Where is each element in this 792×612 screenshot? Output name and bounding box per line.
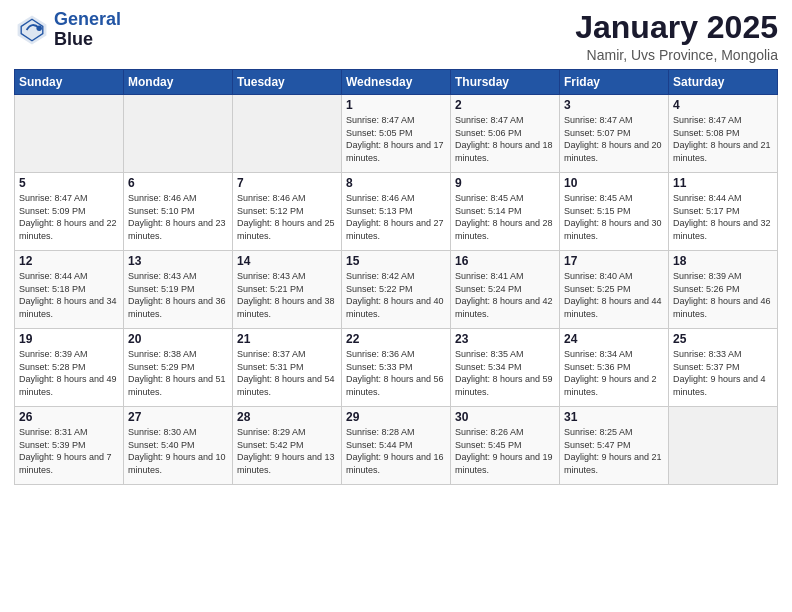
day-info: Sunrise: 8:41 AM Sunset: 5:24 PM Dayligh…: [455, 270, 555, 320]
day-info: Sunrise: 8:42 AM Sunset: 5:22 PM Dayligh…: [346, 270, 446, 320]
weekday-header-sunday: Sunday: [15, 70, 124, 95]
day-number: 12: [19, 254, 119, 268]
header: General Blue January 2025 Namir, Uvs Pro…: [14, 10, 778, 63]
day-number: 7: [237, 176, 337, 190]
calendar-body: 1Sunrise: 8:47 AM Sunset: 5:05 PM Daylig…: [15, 95, 778, 485]
calendar-cell: 31Sunrise: 8:25 AM Sunset: 5:47 PM Dayli…: [560, 407, 669, 485]
day-info: Sunrise: 8:31 AM Sunset: 5:39 PM Dayligh…: [19, 426, 119, 476]
day-info: Sunrise: 8:45 AM Sunset: 5:15 PM Dayligh…: [564, 192, 664, 242]
day-info: Sunrise: 8:34 AM Sunset: 5:36 PM Dayligh…: [564, 348, 664, 398]
calendar-header: SundayMondayTuesdayWednesdayThursdayFrid…: [15, 70, 778, 95]
day-info: Sunrise: 8:26 AM Sunset: 5:45 PM Dayligh…: [455, 426, 555, 476]
calendar-cell: 10Sunrise: 8:45 AM Sunset: 5:15 PM Dayli…: [560, 173, 669, 251]
logo-text: General Blue: [54, 10, 121, 50]
calendar-cell: 29Sunrise: 8:28 AM Sunset: 5:44 PM Dayli…: [342, 407, 451, 485]
day-info: Sunrise: 8:35 AM Sunset: 5:34 PM Dayligh…: [455, 348, 555, 398]
location-subtitle: Namir, Uvs Province, Mongolia: [575, 47, 778, 63]
calendar-cell: 13Sunrise: 8:43 AM Sunset: 5:19 PM Dayli…: [124, 251, 233, 329]
day-number: 28: [237, 410, 337, 424]
weekday-header-row: SundayMondayTuesdayWednesdayThursdayFrid…: [15, 70, 778, 95]
day-number: 18: [673, 254, 773, 268]
calendar-cell: 1Sunrise: 8:47 AM Sunset: 5:05 PM Daylig…: [342, 95, 451, 173]
weekday-header-monday: Monday: [124, 70, 233, 95]
calendar-cell: 30Sunrise: 8:26 AM Sunset: 5:45 PM Dayli…: [451, 407, 560, 485]
logo-line1: General: [54, 9, 121, 29]
calendar-cell: 19Sunrise: 8:39 AM Sunset: 5:28 PM Dayli…: [15, 329, 124, 407]
svg-point-2: [37, 25, 42, 30]
day-info: Sunrise: 8:46 AM Sunset: 5:12 PM Dayligh…: [237, 192, 337, 242]
calendar-week-5: 26Sunrise: 8:31 AM Sunset: 5:39 PM Dayli…: [15, 407, 778, 485]
logo-line2: Blue: [54, 30, 121, 50]
calendar-cell: 7Sunrise: 8:46 AM Sunset: 5:12 PM Daylig…: [233, 173, 342, 251]
calendar-cell: 24Sunrise: 8:34 AM Sunset: 5:36 PM Dayli…: [560, 329, 669, 407]
day-info: Sunrise: 8:46 AM Sunset: 5:13 PM Dayligh…: [346, 192, 446, 242]
calendar-cell: 23Sunrise: 8:35 AM Sunset: 5:34 PM Dayli…: [451, 329, 560, 407]
day-info: Sunrise: 8:45 AM Sunset: 5:14 PM Dayligh…: [455, 192, 555, 242]
day-number: 1: [346, 98, 446, 112]
day-number: 6: [128, 176, 228, 190]
day-number: 2: [455, 98, 555, 112]
day-number: 30: [455, 410, 555, 424]
day-number: 15: [346, 254, 446, 268]
calendar-cell: 17Sunrise: 8:40 AM Sunset: 5:25 PM Dayli…: [560, 251, 669, 329]
page-container: General Blue January 2025 Namir, Uvs Pro…: [0, 0, 792, 493]
calendar-cell: 26Sunrise: 8:31 AM Sunset: 5:39 PM Dayli…: [15, 407, 124, 485]
calendar-week-2: 5Sunrise: 8:47 AM Sunset: 5:09 PM Daylig…: [15, 173, 778, 251]
day-number: 31: [564, 410, 664, 424]
calendar-cell: 4Sunrise: 8:47 AM Sunset: 5:08 PM Daylig…: [669, 95, 778, 173]
day-number: 8: [346, 176, 446, 190]
weekday-header-thursday: Thursday: [451, 70, 560, 95]
day-info: Sunrise: 8:47 AM Sunset: 5:09 PM Dayligh…: [19, 192, 119, 242]
day-info: Sunrise: 8:28 AM Sunset: 5:44 PM Dayligh…: [346, 426, 446, 476]
calendar-cell: [124, 95, 233, 173]
calendar-cell: 2Sunrise: 8:47 AM Sunset: 5:06 PM Daylig…: [451, 95, 560, 173]
calendar-cell: 22Sunrise: 8:36 AM Sunset: 5:33 PM Dayli…: [342, 329, 451, 407]
day-number: 4: [673, 98, 773, 112]
calendar-cell: 16Sunrise: 8:41 AM Sunset: 5:24 PM Dayli…: [451, 251, 560, 329]
calendar-cell: 12Sunrise: 8:44 AM Sunset: 5:18 PM Dayli…: [15, 251, 124, 329]
day-number: 26: [19, 410, 119, 424]
day-number: 22: [346, 332, 446, 346]
day-info: Sunrise: 8:44 AM Sunset: 5:18 PM Dayligh…: [19, 270, 119, 320]
calendar-cell: 11Sunrise: 8:44 AM Sunset: 5:17 PM Dayli…: [669, 173, 778, 251]
day-number: 3: [564, 98, 664, 112]
day-info: Sunrise: 8:47 AM Sunset: 5:07 PM Dayligh…: [564, 114, 664, 164]
calendar-week-1: 1Sunrise: 8:47 AM Sunset: 5:05 PM Daylig…: [15, 95, 778, 173]
day-info: Sunrise: 8:25 AM Sunset: 5:47 PM Dayligh…: [564, 426, 664, 476]
day-number: 19: [19, 332, 119, 346]
calendar-cell: 27Sunrise: 8:30 AM Sunset: 5:40 PM Dayli…: [124, 407, 233, 485]
weekday-header-friday: Friday: [560, 70, 669, 95]
day-number: 9: [455, 176, 555, 190]
day-info: Sunrise: 8:39 AM Sunset: 5:28 PM Dayligh…: [19, 348, 119, 398]
logo: General Blue: [14, 10, 121, 50]
day-number: 25: [673, 332, 773, 346]
calendar-week-4: 19Sunrise: 8:39 AM Sunset: 5:28 PM Dayli…: [15, 329, 778, 407]
calendar-cell: 9Sunrise: 8:45 AM Sunset: 5:14 PM Daylig…: [451, 173, 560, 251]
day-number: 14: [237, 254, 337, 268]
calendar-cell: [669, 407, 778, 485]
day-info: Sunrise: 8:39 AM Sunset: 5:26 PM Dayligh…: [673, 270, 773, 320]
day-info: Sunrise: 8:33 AM Sunset: 5:37 PM Dayligh…: [673, 348, 773, 398]
day-number: 29: [346, 410, 446, 424]
day-number: 17: [564, 254, 664, 268]
calendar-cell: 14Sunrise: 8:43 AM Sunset: 5:21 PM Dayli…: [233, 251, 342, 329]
logo-icon: [14, 12, 50, 48]
day-info: Sunrise: 8:40 AM Sunset: 5:25 PM Dayligh…: [564, 270, 664, 320]
calendar-cell: [15, 95, 124, 173]
weekday-header-saturday: Saturday: [669, 70, 778, 95]
day-number: 23: [455, 332, 555, 346]
month-title: January 2025: [575, 10, 778, 45]
day-number: 11: [673, 176, 773, 190]
day-info: Sunrise: 8:38 AM Sunset: 5:29 PM Dayligh…: [128, 348, 228, 398]
day-number: 27: [128, 410, 228, 424]
calendar-week-3: 12Sunrise: 8:44 AM Sunset: 5:18 PM Dayli…: [15, 251, 778, 329]
day-number: 20: [128, 332, 228, 346]
weekday-header-tuesday: Tuesday: [233, 70, 342, 95]
day-info: Sunrise: 8:36 AM Sunset: 5:33 PM Dayligh…: [346, 348, 446, 398]
calendar-cell: 5Sunrise: 8:47 AM Sunset: 5:09 PM Daylig…: [15, 173, 124, 251]
calendar-cell: 20Sunrise: 8:38 AM Sunset: 5:29 PM Dayli…: [124, 329, 233, 407]
calendar-cell: 6Sunrise: 8:46 AM Sunset: 5:10 PM Daylig…: [124, 173, 233, 251]
calendar-cell: 21Sunrise: 8:37 AM Sunset: 5:31 PM Dayli…: [233, 329, 342, 407]
calendar-cell: 18Sunrise: 8:39 AM Sunset: 5:26 PM Dayli…: [669, 251, 778, 329]
day-info: Sunrise: 8:30 AM Sunset: 5:40 PM Dayligh…: [128, 426, 228, 476]
